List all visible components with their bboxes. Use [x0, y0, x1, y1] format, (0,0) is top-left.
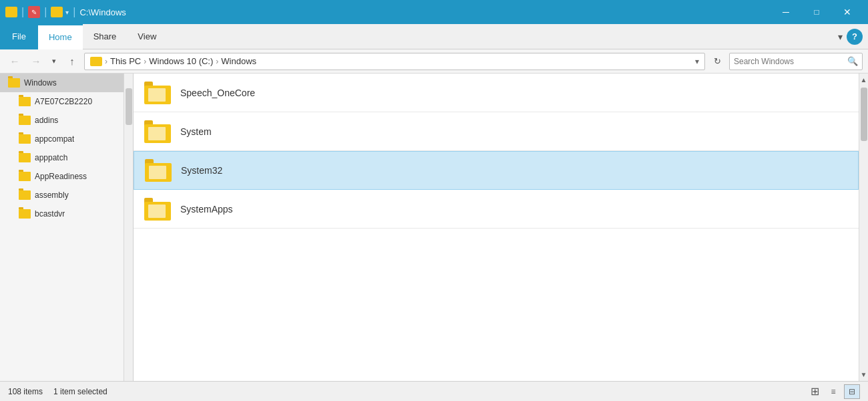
breadcrumb-sep3: ›: [216, 57, 218, 66]
sidebar-item-6[interactable]: bcastdvr: [0, 205, 133, 223]
selection-info: 1 item selected: [53, 387, 107, 396]
titlebar-sep1: |: [21, 6, 24, 18]
folder-name-speech-onecore: Speech_OneCore: [180, 88, 255, 98]
title-bar: | ✎ | ▾ | C:\Windows ─ □ ✕: [0, 0, 868, 24]
breadcrumb-thispc[interactable]: This PC: [110, 56, 141, 66]
sidebar-folder-icon-1: [19, 116, 31, 125]
back-button[interactable]: ←: [5, 52, 24, 71]
folder-icon-systemapps: [144, 198, 171, 221]
address-bar: ← → ▾ ↑ › This PC › Windows 10 (C:) › Wi…: [0, 49, 868, 74]
content-scroll-down[interactable]: ▼: [859, 370, 868, 380]
folder-icon-speech-onecore: [144, 82, 171, 104]
sidebar-item-4[interactable]: AppReadiness: [0, 167, 133, 186]
content-scroll-up[interactable]: ▲: [859, 75, 868, 85]
breadcrumb-windows[interactable]: Windows: [221, 56, 256, 66]
sidebar-folder-icon-5: [19, 190, 31, 200]
history-dropdown-button[interactable]: ▾: [48, 52, 60, 71]
sidebar-folder-icon-3: [19, 153, 31, 162]
sidebar-scrollbar-thumb[interactable]: [126, 88, 132, 125]
title-path: C:\Windows: [79, 7, 126, 17]
titlebar-sep2: |: [44, 6, 47, 18]
folder-name-systemapps: SystemApps: [180, 204, 233, 215]
sidebar: Windows A7E07C2B2220 addins appcompat ap…: [0, 74, 134, 381]
help-button[interactable]: ?: [847, 29, 863, 45]
ribbon-tab-view[interactable]: View: [127, 24, 167, 49]
sidebar-label-2: appcompat: [35, 134, 74, 144]
up-button[interactable]: ↑: [63, 52, 81, 71]
sidebar-folder-icon-2: [19, 134, 31, 144]
folder-row-speech-onecore[interactable]: Speech_OneCore: [134, 74, 859, 112]
large-icons-view-button[interactable]: ⊞: [807, 384, 823, 399]
sidebar-label-0: A7E07C2B2220: [35, 97, 92, 106]
close-button[interactable]: ✕: [832, 0, 863, 24]
content-scrollbar: ▲ ▼: [859, 74, 868, 381]
breadcrumb-expand-button[interactable]: ▾: [695, 57, 699, 66]
sidebar-folder-icon-4: [19, 172, 31, 181]
folder-name-system: System: [180, 126, 212, 137]
sidebar-label-6: bcastdvr: [35, 209, 65, 219]
breadcrumb-drive[interactable]: Windows 10 (C:): [149, 56, 213, 66]
folder-row-system[interactable]: System: [134, 112, 859, 151]
sidebar-item-1[interactable]: addins: [0, 111, 133, 130]
sidebar-label-4: AppReadiness: [35, 172, 87, 181]
sidebar-scrollbar-track[interactable]: [124, 74, 133, 381]
folder-icon-system: [144, 120, 171, 143]
titlebar-icon-folder: [5, 7, 17, 17]
sidebar-label-3: apppatch: [35, 153, 67, 162]
sidebar-label-windows: Windows: [24, 78, 57, 88]
minimize-button[interactable]: ─: [771, 0, 801, 24]
ribbon-tab-share[interactable]: Share: [83, 24, 128, 49]
sidebar-item-3[interactable]: apppatch: [0, 148, 133, 167]
sidebar-folder-icon-windows: [8, 78, 20, 88]
sidebar-item-windows[interactable]: Windows: [0, 74, 133, 92]
view-controls: ⊞ ≡ ⊟: [807, 384, 860, 399]
status-bar: 108 items 1 item selected ⊞ ≡ ⊟: [0, 381, 868, 401]
ribbon-right: ▾ ?: [838, 29, 868, 45]
forward-button[interactable]: →: [27, 52, 45, 71]
ribbon-tab-home[interactable]: Home: [38, 24, 83, 49]
search-input[interactable]: [734, 57, 845, 66]
tiles-view-button[interactable]: ⊟: [844, 384, 860, 399]
folder-list: Speech_OneCore System System32: [134, 74, 868, 381]
sidebar-folder-icon-0: [19, 97, 31, 106]
sidebar-item-2[interactable]: appcompat: [0, 130, 133, 148]
ribbon-collapse-button[interactable]: ▾: [838, 31, 843, 42]
ribbon: File Home Share View ▾ ?: [0, 24, 868, 49]
search-icon: 🔍: [847, 56, 858, 66]
refresh-button[interactable]: ↻: [708, 52, 726, 71]
breadcrumb-sep1: ›: [105, 57, 107, 66]
search-box[interactable]: 🔍: [729, 53, 863, 70]
content-scrollbar-thumb[interactable]: [861, 88, 867, 141]
main-area: Windows A7E07C2B2220 addins appcompat ap…: [0, 74, 868, 381]
sidebar-item-5[interactable]: assembly: [0, 186, 133, 205]
titlebar-icon-folder2: [51, 7, 63, 17]
folder-row-system32[interactable]: System32: [134, 151, 859, 190]
titlebar-icon-edit: ✎: [28, 6, 40, 18]
details-view-button[interactable]: ≡: [825, 384, 841, 399]
sidebar-label-1: addins: [35, 116, 58, 125]
item-count: 108 items: [8, 387, 43, 396]
title-controls: ─ □ ✕: [771, 0, 863, 24]
breadcrumb-sep2: ›: [144, 57, 146, 66]
folder-name-system32: System32: [181, 165, 222, 176]
folder-row-systemapps[interactable]: SystemApps: [134, 190, 859, 229]
sidebar-item-0[interactable]: A7E07C2B2220: [0, 92, 133, 111]
folder-icon-system32: [145, 159, 172, 182]
titlebar-sep3: |: [73, 6, 75, 18]
sidebar-folder-icon-6: [19, 209, 31, 219]
breadcrumb-folder-icon: [90, 57, 102, 66]
sidebar-label-5: assembly: [35, 190, 69, 200]
titlebar-dropdown-arrow[interactable]: ▾: [65, 9, 69, 16]
maximize-button[interactable]: □: [801, 0, 832, 24]
ribbon-tab-file[interactable]: File: [0, 24, 38, 49]
content-area: Speech_OneCore System System32: [134, 74, 868, 381]
address-breadcrumb[interactable]: › This PC › Windows 10 (C:) › Windows ▾: [84, 53, 705, 70]
